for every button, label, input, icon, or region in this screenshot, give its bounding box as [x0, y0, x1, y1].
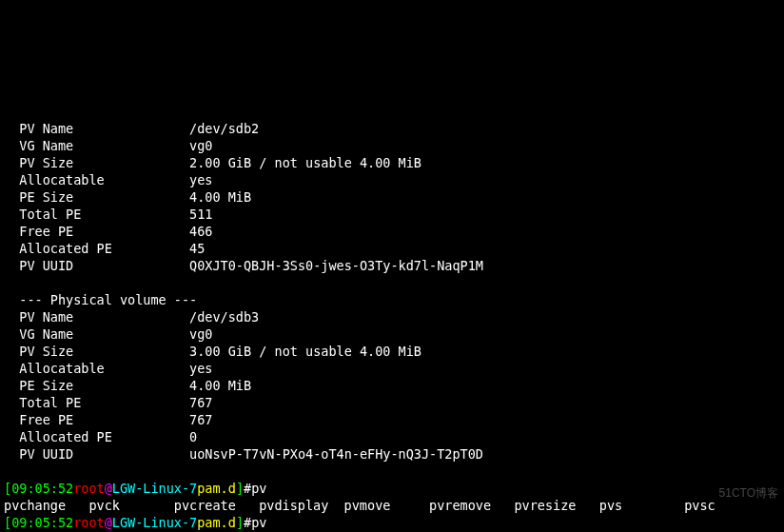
pv1-pesize-row: PE Size 4.00 MiB: [4, 189, 251, 205]
pv1-uuid-row: PV UUID Q0XJT0-QBJH-3Ss0-jwes-O3Ty-kd7l-…: [4, 258, 483, 273]
pv1-free-label: Free PE: [19, 224, 73, 239]
pv1-ape: 45: [189, 241, 205, 256]
pv2-total-label: Total PE: [19, 395, 81, 410]
pv1-name: /dev/sdb2: [189, 121, 259, 136]
prompt-time: 09:05:52: [11, 481, 73, 496]
prompt-line-1[interactable]: [09:05:52root@LGW-Linux-7pam.d]#pv: [4, 481, 266, 496]
prompt-host: LGW-Linux-7: [112, 481, 197, 496]
pv2-size: 3.00 GiB / not usable 4.00 MiB: [189, 344, 421, 359]
pv1-free: 466: [189, 224, 212, 239]
pv1-uuid-label: PV UUID: [19, 258, 73, 273]
pv2-ape-label: Allocated PE: [19, 429, 112, 444]
pv2-name-row: PV Name /dev/sdb3: [4, 309, 259, 325]
prompt-line-2[interactable]: [09:05:52root@LGW-Linux-7pam.d]#pv: [4, 515, 266, 530]
pv2-uuid: uoNsvP-T7vN-PXo4-oT4n-eFHy-nQ3J-T2pT0D: [189, 446, 483, 462]
pv1-alloc: yes: [189, 172, 212, 187]
pv2-vg-label: VG Name: [19, 326, 73, 342]
command-2: pv: [251, 515, 266, 530]
prompt-symbol: #: [244, 481, 251, 496]
pv1-name-label: PV Name: [19, 121, 73, 136]
pv2-vg: vg0: [189, 326, 212, 342]
pv2-vg-row: VG Name vg0: [4, 326, 212, 342]
pv2-free-row: Free PE 767: [4, 412, 212, 427]
pv1-size-row: PV Size 2.00 GiB / not usable 4.00 MiB: [4, 155, 421, 170]
completions-1: pvchange pvck pvcreate pvdisplay pvmove …: [4, 498, 715, 513]
pv2-alloc-label: Allocatable: [19, 361, 104, 376]
prompt-cwd: pam.d: [197, 481, 236, 496]
watermark: 51CTO博客: [719, 484, 778, 502]
terminal[interactable]: PV Name /dev/sdb2 VG Name vg0 PV Size 2.…: [0, 86, 784, 532]
pv2-divider: --- Physical volume ---: [4, 292, 197, 307]
pv1-total-label: Total PE: [19, 207, 81, 222]
prompt-user: root: [73, 481, 105, 496]
pv1-ape-row: Allocated PE 45: [4, 241, 205, 256]
pv1-size: 2.00 GiB / not usable 4.00 MiB: [189, 155, 421, 170]
pv1-vg-row: VG Name vg0: [4, 138, 212, 153]
pv2-total-row: Total PE 767: [4, 395, 212, 410]
pv2-alloc: yes: [189, 361, 212, 376]
pv1-total: 511: [189, 207, 212, 222]
pv2-free-label: Free PE: [19, 412, 73, 427]
pv2-uuid-row: PV UUID uoNsvP-T7vN-PXo4-oT4n-eFHy-nQ3J-…: [4, 446, 483, 462]
pv2-name-label: PV Name: [19, 309, 73, 325]
pv2-size-label: PV Size: [19, 344, 73, 359]
prompt-rbracket: ]: [236, 481, 244, 496]
pv2-total: 767: [189, 395, 212, 410]
pv2-pesize: 4.00 MiB: [189, 378, 251, 393]
pv1-size-label: PV Size: [19, 155, 73, 170]
pv1-vg: vg0: [189, 138, 212, 153]
pv2-alloc-row: Allocatable yes: [4, 361, 212, 376]
pv1-uuid: Q0XJT0-QBJH-3Ss0-jwes-O3Ty-kd7l-NaqP1M: [189, 258, 483, 273]
pv1-vg-label: VG Name: [19, 138, 73, 153]
pv1-alloc-row: Allocatable yes: [4, 172, 212, 187]
pv1-pesize: 4.00 MiB: [189, 189, 251, 205]
pv1-name-row: PV Name /dev/sdb2: [4, 121, 259, 136]
pv1-alloc-label: Allocatable: [19, 172, 104, 187]
pv2-size-row: PV Size 3.00 GiB / not usable 4.00 MiB: [4, 344, 421, 359]
prompt-lbracket: [: [4, 481, 11, 496]
pv2-pesize-label: PE Size: [19, 378, 73, 393]
prompt-at: @: [105, 481, 112, 496]
pv1-pesize-label: PE Size: [19, 189, 73, 205]
pv2-uuid-label: PV UUID: [19, 446, 73, 462]
pv2-pesize-row: PE Size 4.00 MiB: [4, 378, 251, 393]
pv2-name: /dev/sdb3: [189, 309, 259, 325]
pv2-ape-row: Allocated PE 0: [4, 429, 197, 444]
command-1: pv: [251, 481, 266, 496]
pv1-ape-label: Allocated PE: [19, 241, 112, 256]
pv1-free-row: Free PE 466: [4, 224, 212, 239]
pv2-free: 767: [189, 412, 212, 427]
pv2-ape: 0: [189, 429, 197, 444]
pv1-total-row: Total PE 511: [4, 207, 212, 222]
